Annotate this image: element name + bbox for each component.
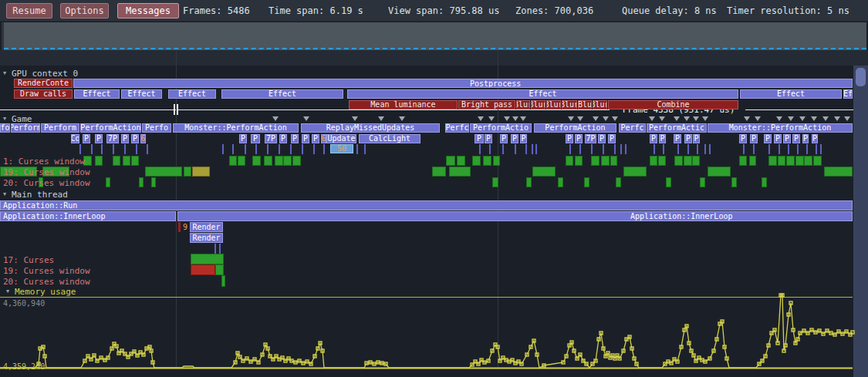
message-marker-icon[interactable] bbox=[649, 116, 655, 121]
narrow-zone[interactable] bbox=[778, 144, 780, 154]
section-header-gpu-context-0[interactable]: GPU context 0 bbox=[12, 69, 78, 79]
thread-label[interactable]: 19: Curses window bbox=[3, 266, 90, 276]
narrow-zone[interactable] bbox=[768, 144, 770, 154]
narrow-zone[interactable] bbox=[356, 144, 358, 154]
green-zone[interactable] bbox=[252, 156, 261, 166]
narrow-zone[interactable] bbox=[806, 144, 808, 154]
purple-zone[interactable]: P bbox=[239, 134, 247, 143]
green-zone[interactable] bbox=[123, 156, 130, 166]
green-zone[interactable] bbox=[601, 156, 610, 166]
green-zone[interactable] bbox=[768, 156, 777, 166]
message-marker-icon[interactable] bbox=[512, 116, 518, 121]
green-zone[interactable] bbox=[446, 156, 455, 166]
narrow-zone[interactable] bbox=[479, 144, 481, 154]
green-zone[interactable] bbox=[264, 156, 272, 166]
narrow-zone[interactable] bbox=[290, 144, 292, 154]
message-marker-icon[interactable] bbox=[520, 116, 526, 121]
green-zone[interactable] bbox=[804, 156, 812, 166]
green-zone[interactable] bbox=[692, 156, 700, 166]
purple-zone[interactable]: P bbox=[792, 134, 800, 143]
purple-zone[interactable]: P bbox=[500, 134, 508, 143]
green-zone[interactable] bbox=[449, 167, 471, 177]
narrow-zone[interactable] bbox=[625, 144, 627, 154]
narrow-zone[interactable] bbox=[279, 144, 280, 154]
purple-zone[interactable]: Ef bbox=[843, 89, 853, 99]
thread-label[interactable]: 20: Curses window bbox=[3, 277, 90, 287]
message-marker-icon[interactable] bbox=[776, 116, 782, 121]
purple-zone[interactable]: P bbox=[750, 134, 758, 143]
message-marker-icon[interactable] bbox=[612, 116, 618, 121]
blue-zone[interactable]: 50 bbox=[330, 144, 353, 153]
green-zone[interactable] bbox=[95, 156, 103, 166]
green-zone[interactable] bbox=[457, 156, 465, 166]
green-zone[interactable] bbox=[558, 177, 563, 187]
narrow-zone[interactable] bbox=[663, 144, 664, 154]
purple-zone[interactable]: P bbox=[312, 134, 319, 143]
green-zone[interactable] bbox=[591, 156, 599, 166]
purple-zone[interactable]: 6 bbox=[321, 134, 326, 143]
message-marker-icon[interactable] bbox=[303, 116, 309, 121]
message-marker-icon[interactable] bbox=[702, 116, 708, 121]
narrow-zone[interactable] bbox=[222, 144, 224, 154]
purple-zone[interactable]: Application::InnerLoop bbox=[0, 211, 176, 221]
purple-zone[interactable]: P bbox=[575, 134, 583, 143]
narrow-zone[interactable] bbox=[525, 144, 527, 154]
purple-zone[interactable]: P bbox=[121, 134, 129, 143]
narrow-zone[interactable] bbox=[323, 144, 325, 154]
olive-zone[interactable] bbox=[192, 167, 210, 177]
red-zone[interactable]: Combine bbox=[608, 100, 738, 109]
narrow-zone[interactable] bbox=[255, 144, 257, 154]
purple-zone[interactable]: Perfc bbox=[445, 123, 469, 133]
message-marker-icon[interactable] bbox=[378, 116, 384, 121]
message-marker-icon[interactable] bbox=[834, 116, 840, 121]
red-zone[interactable]: Blur bbox=[531, 100, 545, 109]
purple-zone[interactable]: PerformActic bbox=[647, 123, 707, 133]
narrow-zone[interactable] bbox=[214, 244, 216, 254]
purple-zone[interactable]: P bbox=[608, 134, 616, 143]
purple-zone[interactable]: Perform bbox=[11, 123, 40, 133]
narrow-zone[interactable] bbox=[654, 144, 655, 154]
narrow-zone[interactable] bbox=[743, 144, 745, 154]
thread-label[interactable]: 1: Curses window bbox=[3, 157, 85, 167]
purple-zone[interactable]: Effect bbox=[168, 89, 216, 99]
message-marker-icon[interactable] bbox=[788, 116, 794, 121]
green-zone[interactable] bbox=[623, 167, 647, 177]
green-zone[interactable] bbox=[610, 156, 617, 166]
message-marker-icon[interactable] bbox=[755, 116, 761, 121]
green-zone[interactable] bbox=[184, 167, 191, 177]
purple-zone[interactable]: Application::Run bbox=[0, 200, 853, 210]
purple-zone[interactable]: P bbox=[739, 134, 747, 143]
purple-zone[interactable]: P bbox=[674, 134, 681, 143]
purple-zone[interactable]: Effect bbox=[740, 89, 842, 99]
thread-label[interactable]: 17: Curses bbox=[3, 255, 54, 265]
green-zone[interactable] bbox=[778, 156, 785, 166]
message-marker-icon[interactable] bbox=[577, 116, 583, 121]
narrow-zone[interactable] bbox=[267, 144, 269, 154]
purple-zone[interactable]: P bbox=[783, 134, 791, 143]
narrow-zone[interactable] bbox=[79, 144, 81, 154]
purple-zone[interactable]: Co bbox=[71, 134, 79, 143]
scrollbar-thumb[interactable] bbox=[856, 68, 866, 86]
narrow-zone[interactable] bbox=[101, 144, 103, 154]
green-zone[interactable] bbox=[472, 156, 481, 166]
narrow-zone[interactable] bbox=[302, 144, 303, 154]
red-zone[interactable]: Mean luminance bbox=[349, 100, 458, 109]
purple-zone[interactable]: Effect bbox=[121, 89, 162, 99]
purple-zone[interactable]: P bbox=[802, 134, 809, 143]
purple-zone[interactable]: P bbox=[566, 134, 573, 143]
green-zone[interactable] bbox=[283, 156, 292, 166]
green-zone[interactable] bbox=[275, 156, 283, 166]
purple-zone[interactable]: Perfo bbox=[142, 123, 171, 133]
purple-zone[interactable]: Update bbox=[326, 134, 356, 143]
narrow-zone[interactable] bbox=[364, 144, 366, 154]
purple-zone[interactable]: Postprocess bbox=[73, 79, 853, 88]
message-marker-icon[interactable] bbox=[744, 116, 750, 121]
purple-zone[interactable]: Render bbox=[190, 222, 223, 232]
frame-marker-tick[interactable] bbox=[177, 104, 178, 115]
green-zone[interactable] bbox=[684, 156, 692, 166]
green-zone[interactable] bbox=[566, 156, 573, 166]
green-zone[interactable] bbox=[483, 156, 491, 166]
message-marker-icon[interactable] bbox=[844, 116, 850, 121]
green-zone[interactable] bbox=[708, 167, 731, 177]
green-zone[interactable] bbox=[762, 177, 767, 187]
